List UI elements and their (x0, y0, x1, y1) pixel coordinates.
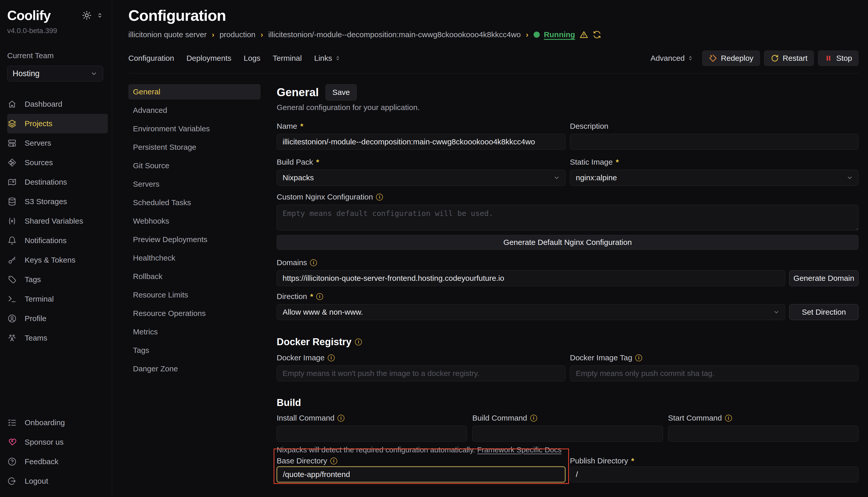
submenu-item-general[interactable]: General (128, 84, 261, 100)
direction-select[interactable]: Allow www & non-www. (277, 304, 785, 320)
brand-logo: Coolify (7, 8, 51, 23)
description-input[interactable] (570, 134, 859, 150)
start-command-input[interactable] (668, 426, 858, 442)
sidebar-item-sponsor-us[interactable]: Sponsor us (7, 432, 108, 452)
breadcrumb-project[interactable]: illicitonion quote server (128, 30, 207, 39)
sidebar: Coolify v4.0.0-beta.399 Current Team Hos… (0, 0, 112, 497)
static-image-select[interactable]: nginx:alpine (570, 170, 859, 186)
name-input[interactable] (277, 134, 565, 150)
checklist-icon (7, 418, 17, 427)
git-source-icon (7, 158, 17, 167)
info-icon[interactable] (316, 293, 323, 300)
publish-directory-input[interactable] (570, 467, 859, 482)
save-button[interactable]: Save (326, 84, 357, 101)
sidebar-item-projects[interactable]: Projects (7, 114, 108, 133)
instance-switcher-icon[interactable] (97, 12, 103, 19)
info-icon[interactable] (530, 415, 537, 422)
chevron-right-icon: › (261, 30, 263, 39)
submenu-item-resource-limits[interactable]: Resource Limits (128, 287, 261, 303)
chevron-up-down-icon (335, 55, 341, 61)
sidebar-item-notifications[interactable]: Notifications (7, 231, 108, 250)
restart-button[interactable]: Restart (764, 51, 814, 66)
build-command-input[interactable] (472, 426, 663, 442)
domains-input[interactable] (277, 270, 785, 286)
set-direction-button[interactable]: Set Direction (789, 304, 858, 320)
submenu-item-advanced[interactable]: Advanced (128, 103, 261, 118)
sidebar-item-onboarding[interactable]: Onboarding (7, 413, 108, 432)
submenu-item-healthcheck[interactable]: Healthcheck (128, 250, 261, 266)
settings-submenu: General Advanced Environment Variables P… (128, 84, 261, 482)
stop-pause-icon (824, 54, 832, 62)
sidebar-item-sources[interactable]: Sources (7, 153, 108, 172)
start-command-label: Start Command (668, 414, 722, 422)
status-dot (534, 31, 540, 38)
submenu-item-webhooks[interactable]: Webhooks (128, 213, 261, 229)
sidebar-item-keys-tokens[interactable]: Keys & Tokens (7, 250, 108, 270)
page-title: Configuration (128, 7, 858, 24)
base-directory-input[interactable] (277, 467, 565, 482)
submenu-item-preview-deployments[interactable]: Preview Deployments (128, 232, 261, 247)
stop-button[interactable]: Stop (818, 51, 858, 66)
sidebar-footer: Onboarding Sponsor us Feedback Logout (7, 413, 108, 491)
submenu-item-rollback[interactable]: Rollback (128, 269, 261, 284)
bell-icon (7, 236, 17, 245)
breadcrumb-application[interactable]: illicitestonion/-module--decomposition:m… (268, 30, 521, 39)
submenu-item-git-source[interactable]: Git Source (128, 158, 261, 173)
submenu-item-persistent-storage[interactable]: Persistent Storage (128, 140, 261, 155)
submenu-item-tags[interactable]: Tags (128, 343, 261, 358)
build-pack-label: Build Pack (277, 158, 313, 167)
warning-icon[interactable] (579, 30, 589, 39)
sidebar-item-s3-storages[interactable]: S3 Storages (7, 192, 108, 211)
info-icon[interactable] (337, 415, 344, 422)
docker-image-input[interactable] (277, 366, 565, 381)
info-icon[interactable] (310, 259, 317, 266)
sidebar-item-teams[interactable]: Teams (7, 328, 108, 348)
build-heading: Build (277, 397, 301, 408)
status-badge[interactable]: Running (544, 30, 575, 39)
sidebar-item-servers[interactable]: Servers (7, 133, 108, 153)
docker-image-tag-input[interactable] (570, 366, 859, 381)
server-icon (7, 139, 17, 148)
install-command-input[interactable] (277, 426, 467, 442)
team-select[interactable]: Hosting (7, 66, 103, 82)
breadcrumb-environment[interactable]: production (219, 30, 256, 39)
info-icon[interactable] (725, 415, 732, 422)
sidebar-item-logout[interactable]: Logout (7, 471, 108, 491)
info-icon[interactable] (328, 354, 335, 361)
direction-label: Direction (277, 292, 307, 301)
sidebar-item-feedback[interactable]: Feedback (7, 452, 108, 471)
info-icon[interactable] (635, 354, 642, 361)
build-pack-select[interactable]: Nixpacks (277, 170, 565, 186)
build-command-label: Build Command (472, 414, 527, 422)
refresh-icon[interactable] (593, 30, 601, 39)
generate-domain-button[interactable]: Generate Domain (789, 270, 858, 286)
generate-nginx-config-button[interactable]: Generate Default Nginx Configuration (277, 235, 858, 250)
tab-links[interactable]: Links (314, 54, 341, 62)
submenu-item-danger-zone[interactable]: Danger Zone (128, 361, 261, 377)
sidebar-item-destinations[interactable]: Destinations (7, 172, 108, 192)
sidebar-item-profile[interactable]: Profile (7, 309, 108, 328)
sidebar-item-terminal[interactable]: Terminal (7, 289, 108, 309)
tab-deployments[interactable]: Deployments (186, 54, 231, 62)
redeploy-button[interactable]: Redeploy (702, 51, 760, 66)
sidebar-item-shared-variables[interactable]: Shared Variables (7, 211, 108, 231)
tab-configuration[interactable]: Configuration (128, 54, 174, 62)
custom-nginx-textarea[interactable] (277, 205, 858, 230)
theme-toggle-sun-icon[interactable] (82, 10, 92, 20)
submenu-item-environment-variables[interactable]: Environment Variables (128, 121, 261, 137)
advanced-dropdown[interactable]: Advanced (650, 54, 693, 62)
info-icon[interactable] (376, 194, 383, 201)
info-icon[interactable] (355, 339, 362, 345)
submenu-item-metrics[interactable]: Metrics (128, 324, 261, 340)
framework-docs-link[interactable]: Framework Specific Docs (477, 446, 562, 454)
team-select-value: Hosting (13, 69, 40, 78)
submenu-item-servers[interactable]: Servers (128, 176, 261, 192)
sidebar-item-tags[interactable]: Tags (7, 270, 108, 289)
tab-logs[interactable]: Logs (244, 54, 261, 62)
sidebar-item-dashboard[interactable]: Dashboard (7, 94, 108, 114)
info-icon[interactable] (330, 457, 337, 465)
submenu-item-resource-operations[interactable]: Resource Operations (128, 306, 261, 321)
submenu-item-scheduled-tasks[interactable]: Scheduled Tasks (128, 195, 261, 210)
heart-hands-icon (7, 438, 17, 447)
tab-terminal[interactable]: Terminal (273, 54, 302, 62)
